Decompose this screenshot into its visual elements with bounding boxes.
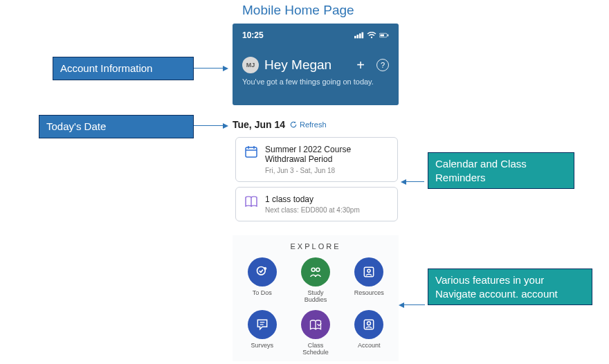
explore-label: Account [358, 342, 381, 349]
svg-rect-8 [246, 147, 257, 157]
class-card[interactable]: 1 class today Next class: EDD800 at 4:30… [235, 187, 398, 221]
refresh-label: Refresh [300, 120, 327, 129]
status-icons [354, 32, 389, 39]
explore-item-surveys[interactable]: Surveys [242, 310, 282, 356]
signal-icon [354, 32, 364, 39]
status-time: 10:25 [242, 30, 264, 40]
explore-label: Study Buddies [296, 289, 335, 303]
refresh-button[interactable]: Refresh [289, 120, 327, 129]
buddies-icon [301, 257, 330, 286]
account-icon [354, 310, 383, 339]
card-sub: Fri, Jun 3 - Sat, Jun 18 [265, 167, 389, 174]
explore-title: EXPLORE [242, 242, 389, 251]
svg-rect-2 [359, 33, 361, 38]
status-bar: 10:25 [242, 30, 389, 40]
greeting-text: Hey Megan [264, 57, 349, 73]
arrow-reminders [405, 181, 424, 182]
arrow-date [194, 125, 224, 126]
greeting-row: MJ Hey Megan + ? [242, 57, 389, 73]
page-title: Mobile Home Page [242, 3, 354, 18]
svg-point-13 [264, 267, 266, 269]
calendar-icon [244, 145, 258, 158]
phone-header: 10:25 MJ Hey Megan + ? You've got a few … [233, 24, 399, 105]
book-icon [244, 194, 258, 208]
explore-label: Resources [354, 289, 384, 296]
explore-item-account[interactable]: Account [349, 310, 389, 356]
svg-rect-6 [380, 35, 384, 37]
callout-account: Account Information [53, 57, 194, 80]
plus-icon[interactable]: + [354, 59, 367, 71]
surveys-icon [248, 310, 277, 339]
callout-features: Various features in your Navigate accoun… [428, 269, 592, 305]
battery-icon [379, 32, 389, 39]
card-sub: Next class: EDD800 at 4:30pm [265, 206, 360, 214]
callout-date: Today's Date [39, 115, 194, 138]
svg-point-4 [371, 37, 372, 38]
schedule-icon [301, 310, 330, 339]
explore-label: To Dos [253, 289, 272, 296]
callout-reminders: Calendar and Class Reminders [428, 152, 574, 189]
explore-item-buddies[interactable]: Study Buddies [296, 257, 335, 303]
card-title: 1 class today [265, 194, 360, 204]
avatar[interactable]: MJ [242, 57, 259, 73]
svg-point-15 [316, 268, 320, 271]
card-title: Summer I 2022 Course Withdrawal Period [265, 145, 389, 165]
date-text: Tue, Jun 14 [233, 119, 285, 130]
date-row: Tue, Jun 14 Refresh [233, 119, 327, 130]
refresh-icon [289, 120, 298, 129]
explore-item-todos[interactable]: To Dos [242, 257, 282, 303]
resources-icon [354, 257, 383, 286]
reminder-card[interactable]: Summer I 2022 Course Withdrawal Period F… [235, 137, 398, 182]
help-icon[interactable]: ? [376, 59, 389, 71]
wifi-icon [367, 32, 376, 39]
svg-rect-7 [388, 35, 388, 37]
svg-rect-1 [357, 35, 359, 38]
todos-icon [248, 257, 277, 286]
explore-item-schedule[interactable]: Class Schedule [296, 310, 335, 356]
arrow-account [194, 68, 224, 69]
svg-point-21 [367, 322, 371, 325]
explore-label: Surveys [251, 342, 273, 349]
svg-point-17 [367, 269, 370, 272]
svg-rect-0 [354, 36, 356, 39]
explore-item-resources[interactable]: Resources [349, 257, 389, 303]
svg-point-14 [311, 268, 315, 271]
explore-label: Class Schedule [296, 342, 335, 356]
svg-rect-3 [362, 33, 364, 39]
arrow-features [403, 304, 425, 305]
explore-section: EXPLORE To DosStudy BuddiesResourcesSurv… [233, 235, 399, 361]
header-subtext: You've got a few things going on today. [242, 78, 389, 86]
